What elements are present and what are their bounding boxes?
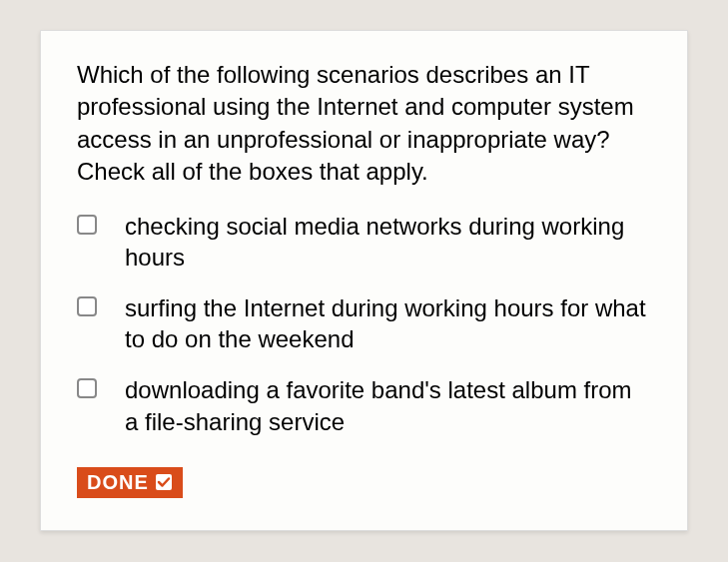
question-prompt: Which of the following scenarios describ… xyxy=(77,59,651,189)
option-row: surfing the Internet during working hour… xyxy=(77,292,651,354)
option-checkbox-0[interactable] xyxy=(77,215,97,235)
option-row: downloading a favorite band's latest alb… xyxy=(77,374,651,436)
options-list: checking social media networks during wo… xyxy=(77,211,651,437)
option-checkbox-2[interactable] xyxy=(77,378,97,398)
option-row: checking social media networks during wo… xyxy=(77,211,651,273)
done-button[interactable]: DONE xyxy=(77,467,183,498)
option-label: downloading a favorite band's latest alb… xyxy=(125,374,651,436)
done-button-label: DONE xyxy=(87,471,149,494)
option-label: surfing the Internet during working hour… xyxy=(125,292,651,354)
option-checkbox-1[interactable] xyxy=(77,296,97,316)
question-card: Which of the following scenarios describ… xyxy=(40,30,688,531)
option-label: checking social media networks during wo… xyxy=(125,211,651,273)
check-icon xyxy=(155,473,173,491)
